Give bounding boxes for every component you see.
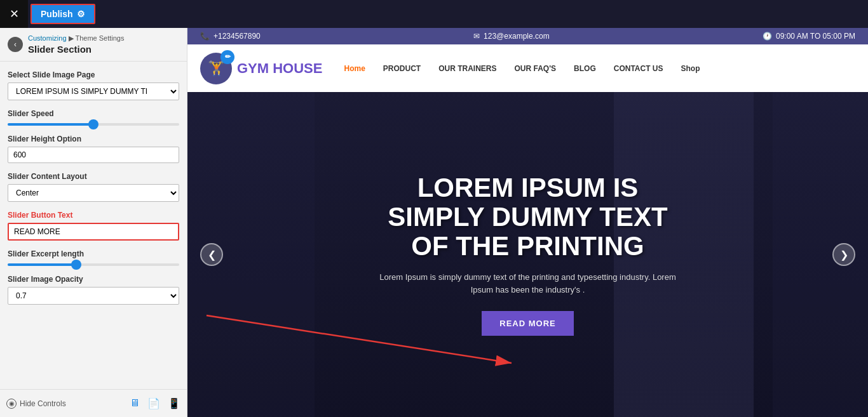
slider-excerpt-fill <box>8 263 76 266</box>
publish-button[interactable]: Publish ⚙ <box>31 4 95 24</box>
control-slider-image-opacity: Slider Image Opacity 0.3 0.4 0.5 0.6 0.7… <box>8 275 179 305</box>
nav-bar: 🏋 ✏ GYM HOUSE Home PRODUCT OUR TRAINERS … <box>187 44 868 92</box>
slider-content-layout-label: Slider Content Layout <box>8 172 179 181</box>
breadcrumb-block: Customizing ▶ Theme Settings Slider Sect… <box>28 34 179 55</box>
breadcrumb: Customizing ▶ Theme Settings <box>28 34 179 43</box>
main-layout: ‹ Customizing ▶ Theme Settings Slider Se… <box>0 28 868 417</box>
hide-controls-icon: ◉ <box>6 399 17 409</box>
nav-blog[interactable]: BLOG <box>565 59 605 78</box>
hours-text: 09:00 AM TO 05:00 PM <box>776 32 855 41</box>
logo-text: GYM HOUSE <box>237 60 322 77</box>
hours-info: 🕐 09:00 AM TO 05:00 PM <box>763 32 855 41</box>
control-slider-button-text: Slider Button Text <box>8 211 179 241</box>
hero-read-more-button[interactable]: READ MORE <box>482 311 573 336</box>
phone-icon: 📞 <box>200 32 210 41</box>
nav-shop[interactable]: Shop <box>672 59 709 78</box>
nav-our-faqs[interactable]: OUR FAQ'S <box>506 59 566 78</box>
logo-area: 🏋 ✏ GYM HOUSE <box>200 53 322 84</box>
info-bar: 📞 +1234567890 ✉ 123@example.com 🕐 09:00 … <box>187 28 868 44</box>
slider-image-opacity-label: Slider Image Opacity <box>8 275 179 284</box>
slider-button-text-input[interactable] <box>8 223 179 241</box>
phone-number: +1234567890 <box>214 32 261 41</box>
bottom-icons: 🖥 📄 📱 <box>130 397 180 409</box>
slider-speed-label: Slider Speed <box>8 109 179 118</box>
back-button[interactable]: ‹ <box>8 37 23 52</box>
hero-arrow-left[interactable]: ❮ <box>200 243 223 266</box>
slider-height-label: Slider Height Option <box>8 135 179 143</box>
clock-icon: 🕐 <box>763 32 772 41</box>
slide-image-page-select[interactable]: LOREM IPSUM IS SIMPLY DUMMY TI <box>8 83 179 100</box>
email-address: 123@example.com <box>484 32 550 41</box>
slider-content-layout-select[interactable]: Center Left Right <box>8 184 179 202</box>
nav-contact-us[interactable]: CONTACT US <box>605 59 672 78</box>
logo-icon: 🏋 ✏ <box>200 53 232 84</box>
hide-controls-button[interactable]: ◉ Hide Controls <box>6 399 66 409</box>
gear-icon: ⚙ <box>77 9 85 19</box>
email-icon: ✉ <box>473 32 480 41</box>
top-bar: ✕ Publish ⚙ <box>0 0 868 28</box>
slider-excerpt-thumb[interactable] <box>71 260 81 270</box>
control-slider-height: Slider Height Option <box>8 135 179 163</box>
phone-info: 📞 +1234567890 <box>200 32 261 41</box>
slider-speed-thumb[interactable] <box>88 119 98 129</box>
sidebar-bottom: ◉ Hide Controls 🖥 📄 📱 <box>0 389 187 417</box>
email-info: ✉ 123@example.com <box>473 32 550 41</box>
sidebar: ‹ Customizing ▶ Theme Settings Slider Se… <box>0 28 187 417</box>
hero-content: LOREM IPSUM IS SIMPLY DUMMY TEXT OF THE … <box>187 92 868 417</box>
slide-image-page-label: Select Slide Image Page <box>8 70 179 79</box>
slider-speed-track[interactable] <box>8 123 179 126</box>
hero-arrow-right[interactable]: ❯ <box>832 243 855 266</box>
nav-product[interactable]: PRODUCT <box>374 59 430 78</box>
hero-title: LOREM IPSUM IS SIMPLY DUMMY TEXT OF THE … <box>388 173 667 261</box>
preview-area: 📞 +1234567890 ✉ 123@example.com 🕐 09:00 … <box>187 28 868 417</box>
slider-speed-fill <box>8 123 93 126</box>
hero-subtitle: Lorem Ipsum is simply dummy text of the … <box>369 271 687 296</box>
sidebar-title: Slider Section <box>28 44 179 55</box>
sidebar-scroll-area: Select Slide Image Page LOREM IPSUM IS S… <box>0 62 187 389</box>
mobile-icon[interactable]: 📱 <box>168 397 180 409</box>
slider-image-opacity-select[interactable]: 0.3 0.4 0.5 0.6 0.7 0.8 0.9 1.0 <box>8 287 179 305</box>
nav-home[interactable]: Home <box>335 59 374 78</box>
edit-logo-icon[interactable]: ✏ <box>220 50 234 64</box>
slider-excerpt-length-label: Slider Excerpt length <box>8 249 179 258</box>
control-slider-excerpt-length: Slider Excerpt length <box>8 249 179 266</box>
control-slider-speed: Slider Speed <box>8 109 179 126</box>
nav-our-trainers[interactable]: OUR TRAINERS <box>430 59 505 78</box>
nav-links: Home PRODUCT OUR TRAINERS OUR FAQ'S BLOG… <box>335 59 855 78</box>
control-slide-image-page: Select Slide Image Page LOREM IPSUM IS S… <box>8 70 179 100</box>
control-slider-content-layout: Slider Content Layout Center Left Right <box>8 172 179 202</box>
close-button[interactable]: ✕ <box>0 0 28 28</box>
sidebar-header: ‹ Customizing ▶ Theme Settings Slider Se… <box>0 28 187 62</box>
slider-button-text-label: Slider Button Text <box>8 211 179 220</box>
tablet-icon[interactable]: 📄 <box>147 397 160 409</box>
desktop-icon[interactable]: 🖥 <box>130 397 140 409</box>
slider-excerpt-track[interactable] <box>8 263 179 266</box>
website-preview: 📞 +1234567890 ✉ 123@example.com 🕐 09:00 … <box>187 28 868 417</box>
slider-height-input[interactable] <box>8 147 179 163</box>
hero-section: LOREM IPSUM IS SIMPLY DUMMY TEXT OF THE … <box>187 92 868 417</box>
breadcrumb-customizing[interactable]: Customizing <box>28 34 67 42</box>
